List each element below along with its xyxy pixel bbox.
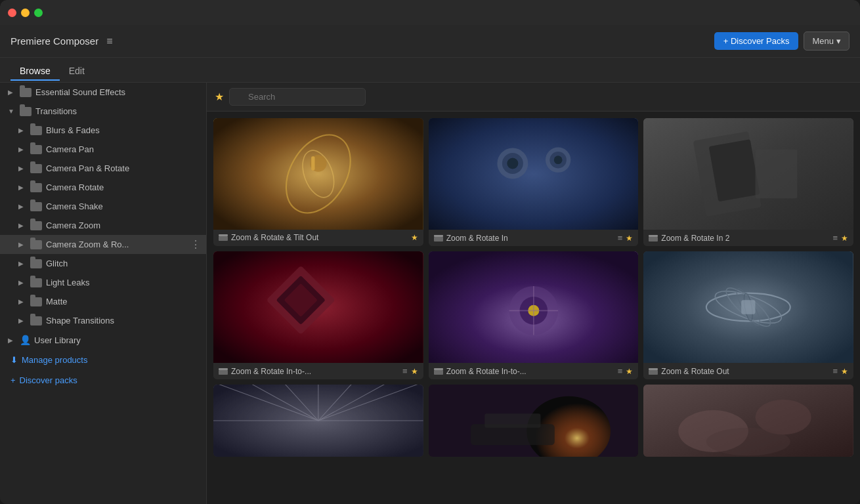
sidebar-item-manage-products[interactable]: ⬇ Manage products (0, 350, 206, 370)
fullscreen-button[interactable] (34, 9, 43, 17)
close-button[interactable] (8, 9, 16, 17)
sidebar-item-blurs-fades[interactable]: ▶ Blurs & Fades (0, 121, 206, 140)
discover-packs-label: Discover packs (20, 375, 77, 385)
search-wrapper: 🔍 (229, 88, 852, 106)
svg-point-10 (507, 158, 518, 169)
search-input[interactable] (229, 88, 366, 106)
discover-packs-button[interactable]: + Discover Packs (714, 32, 799, 50)
item-label-text: Zoom & Rotate In-to-... (231, 367, 311, 376)
menu-button[interactable]: Menu ▾ (804, 32, 849, 51)
grid-item[interactable]: Zoom & Rotate & Tilt Out ★ (213, 118, 423, 246)
thumb-visual (213, 118, 423, 230)
thumbnail (213, 251, 423, 363)
svg-rect-27 (219, 368, 228, 370)
thumbnail (213, 118, 423, 230)
svg-rect-42 (742, 300, 756, 314)
item-label-text: Zoom & Rotate Out (661, 367, 729, 376)
folder-icon (30, 278, 42, 287)
item-star-button[interactable]: ★ (411, 233, 418, 242)
grid-item[interactable]: Zoom & Rotate In-to-... ≡ ★ (429, 251, 639, 379)
sidebar-item-matte[interactable]: ▶ Matte (0, 292, 206, 311)
sidebar-item-shape-transitions[interactable]: ▶ Shape Transitions (0, 311, 206, 330)
grid-item[interactable]: Zoom & Rotate Out ≡ ★ (643, 251, 853, 379)
item-label-row: Zoom & Rotate & Tilt Out ★ (213, 230, 423, 245)
sidebar-item-label: Camera Shake (46, 201, 103, 211)
item-menu-button[interactable]: ≡ (832, 233, 838, 243)
sidebar-item-label: Matte (46, 297, 68, 306)
chevron-right-icon: ▶ (18, 298, 26, 305)
item-label-left: Zoom & Rotate & Tilt Out (219, 233, 318, 242)
item-star-button[interactable]: ★ (841, 234, 848, 243)
grid-item[interactable] (213, 385, 423, 457)
sidebar-item-label: Camera Zoom (46, 220, 100, 230)
grid-item[interactable] (429, 385, 639, 457)
main-content: ★ 🔍 (207, 83, 860, 504)
folder-icon (30, 297, 42, 306)
more-options-icon[interactable]: ⋮ (190, 238, 201, 251)
sidebar-item-essential-sound-effects[interactable]: ▶ Essential Sound Effects (0, 83, 206, 102)
grid-item[interactable]: Zoom & Rotate In 2 ≡ ★ (643, 118, 853, 246)
chevron-right-icon: ▶ (8, 337, 16, 344)
tab-edit[interactable]: Edit (60, 60, 94, 80)
chevron-right-icon: ▶ (8, 89, 16, 96)
item-label-right: ≡ ★ (402, 366, 418, 376)
item-star-button[interactable]: ★ (411, 367, 418, 376)
item-star-button[interactable]: ★ (626, 367, 633, 376)
item-star-button[interactable]: ★ (626, 234, 633, 243)
chevron-right-icon: ▶ (18, 165, 26, 172)
svg-rect-21 (649, 235, 658, 237)
tab-browse[interactable]: Browse (11, 60, 60, 80)
grid-item[interactable]: Zoom & Rotate In-to-... ≡ ★ (213, 251, 423, 379)
item-label-right: ≡ ★ (832, 233, 848, 243)
item-label-right: ★ (411, 233, 418, 242)
header-right: + Discover Packs Menu ▾ (714, 32, 849, 51)
item-label-right: ≡ ★ (618, 366, 634, 376)
item-label-right: ≡ ★ (618, 233, 634, 243)
sidebar-item-camera-zoom-ro[interactable]: ▶ Camera Zoom & Ro... ⋮ (0, 235, 206, 254)
sidebar-item-label: Glitch (46, 259, 68, 268)
chevron-right-icon: ▶ (18, 184, 26, 191)
sidebar-item-camera-shake[interactable]: ▶ Camera Shake (0, 197, 206, 216)
sidebar-item-discover-packs[interactable]: + Discover packs (0, 370, 206, 390)
sidebar-item-label: Transitions (35, 106, 77, 116)
sidebar-item-label: Blurs & Fades (46, 125, 100, 135)
item-label-left: Zoom & Rotate Out (649, 367, 729, 376)
folder-icon (30, 164, 42, 173)
item-menu-button[interactable]: ≡ (402, 366, 408, 376)
clapper-icon (649, 235, 658, 242)
item-label-left: Zoom & Rotate In (434, 234, 508, 243)
traffic-lights (8, 9, 43, 17)
sidebar-item-glitch[interactable]: ▶ Glitch (0, 254, 206, 273)
sidebar-item-camera-pan[interactable]: ▶ Camera Pan (0, 140, 206, 159)
item-menu-button[interactable]: ≡ (618, 233, 623, 243)
hamburger-icon[interactable]: ≡ (106, 35, 112, 47)
folder-icon (30, 316, 42, 326)
body-layout: ▶ Essential Sound Effects ▼ Transitions … (0, 83, 860, 504)
svg-point-13 (553, 156, 562, 164)
grid-item[interactable] (643, 385, 853, 457)
item-label-left: Zoom & Rotate In 2 (649, 234, 729, 243)
sidebar-item-camera-zoom[interactable]: ▶ Camera Zoom (0, 216, 206, 235)
item-label-row: Zoom & Rotate In-to-... ≡ ★ (429, 363, 639, 379)
sidebar-item-camera-pan-rotate[interactable]: ▶ Camera Pan & Rotate (0, 159, 206, 178)
sidebar-item-user-library[interactable]: ▶ 👤 User Library (0, 330, 206, 350)
minimize-button[interactable] (21, 9, 30, 17)
sidebar-item-light-leaks[interactable]: ▶ Light Leaks (0, 273, 206, 292)
plus-icon: + (11, 375, 16, 385)
clapper-icon (649, 368, 658, 375)
item-star-button[interactable]: ★ (841, 367, 848, 376)
thumb-visual (643, 385, 853, 457)
sidebar-item-camera-rotate[interactable]: ▶ Camera Rotate (0, 178, 206, 197)
thumbnail (429, 385, 639, 457)
filter-star-button[interactable]: ★ (215, 91, 224, 103)
thumb-visual (429, 385, 639, 457)
folder-icon (30, 259, 42, 268)
clapper-icon (219, 368, 228, 375)
search-bar: ★ 🔍 (207, 83, 860, 112)
grid-item[interactable]: Zoom & Rotate In ≡ ★ (429, 118, 639, 246)
svg-rect-4 (311, 156, 314, 170)
item-menu-button[interactable]: ≡ (618, 366, 623, 376)
item-menu-button[interactable]: ≡ (832, 366, 838, 376)
item-label-row: Zoom & Rotate In-to-... ≡ ★ (213, 363, 423, 379)
sidebar-item-transitions[interactable]: ▼ Transitions (0, 102, 206, 121)
